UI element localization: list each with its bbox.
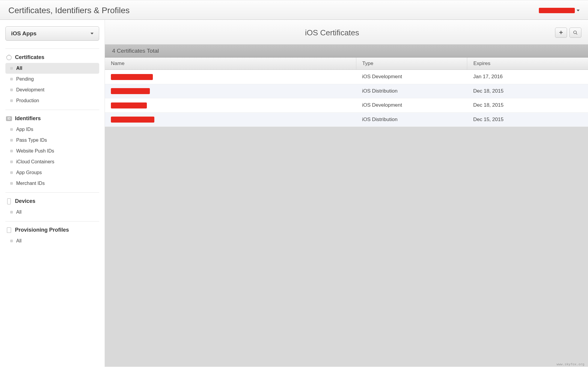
table-header-row: Name Type Expires <box>105 58 588 70</box>
gear-icon <box>6 55 12 61</box>
svg-line-1 <box>576 33 577 34</box>
sidebar-section-provisioning: Provisioning Profiles All <box>5 221 99 249</box>
cell-expires: Dec 18, 2015 <box>467 98 588 113</box>
device-icon <box>6 198 12 204</box>
app-type-label: iOS Apps <box>11 30 37 37</box>
cell-expires: Dec 15, 2015 <box>467 112 588 127</box>
sidebar-item-label: App Groups <box>16 170 42 175</box>
sidebar-item-certificates-all[interactable]: All <box>5 63 99 74</box>
sidebar-item-label: All <box>16 238 22 243</box>
app-type-picker[interactable]: iOS Apps <box>5 26 99 41</box>
cell-name <box>105 84 356 98</box>
sidebar-item-certificates-pending[interactable]: Pending <box>5 74 99 85</box>
sidebar-item-devices-all[interactable]: All <box>5 207 99 218</box>
column-header-expires[interactable]: Expires <box>467 58 588 70</box>
sidebar-item-label: Production <box>16 98 39 103</box>
sidebar-item-certificates-development[interactable]: Development <box>5 85 99 95</box>
name-redacted <box>111 117 154 123</box>
cell-name <box>105 70 356 84</box>
sidebar-item-label: Merchant IDs <box>16 181 45 186</box>
sidebar-item-icloud-containers[interactable]: iCloud Containers <box>5 156 99 167</box>
section-title: Identifiers <box>15 115 41 122</box>
table-row[interactable]: iOS DevelopmentJan 17, 2016 <box>105 70 588 84</box>
sidebar-item-app-ids[interactable]: App IDs <box>5 124 99 135</box>
column-header-type[interactable]: Type <box>356 58 467 70</box>
add-button[interactable]: + <box>555 28 567 38</box>
main-content: iOS Certificates + 4 Certificates Total … <box>105 20 588 367</box>
cell-type: iOS Distribution <box>356 84 467 98</box>
id-badge-icon: ID <box>6 116 12 122</box>
cell-name <box>105 98 356 113</box>
table-row[interactable]: iOS DistributionDec 15, 2015 <box>105 112 588 127</box>
sidebar-item-provisioning-all[interactable]: All <box>5 236 99 246</box>
table-row[interactable]: iOS DevelopmentDec 18, 2015 <box>105 98 588 113</box>
user-name-redacted <box>539 8 575 13</box>
name-redacted <box>111 74 153 80</box>
sidebar: iOS Apps Certificates All Pending Develo… <box>0 20 105 367</box>
sidebar-item-merchant-ids[interactable]: Merchant IDs <box>5 178 99 189</box>
section-title: Provisioning Profiles <box>15 227 69 233</box>
chevron-down-icon <box>577 10 580 11</box>
sidebar-item-label: All <box>16 209 22 215</box>
section-title: Certificates <box>15 54 44 61</box>
search-button[interactable] <box>569 28 581 38</box>
page-header: Certificates, Identifiers & Profiles <box>0 0 588 20</box>
sidebar-section-devices: Devices All <box>5 192 99 220</box>
section-header: Certificates <box>5 53 99 63</box>
cell-type: iOS Development <box>356 98 467 113</box>
table-row[interactable]: iOS DistributionDec 18, 2015 <box>105 84 588 98</box>
sidebar-item-label: Pending <box>16 76 34 82</box>
column-header-name[interactable]: Name <box>105 58 356 70</box>
main-title: iOS Certificates <box>111 28 553 37</box>
sidebar-item-website-push-ids[interactable]: Website Push IDs <box>5 146 99 156</box>
sidebar-section-certificates: Certificates All Pending Development Pro… <box>5 49 99 108</box>
sidebar-item-label: iCloud Containers <box>16 159 54 164</box>
watermark: www.skyfox.org <box>557 362 584 366</box>
count-bar: 4 Certificates Total <box>105 45 588 58</box>
certificates-table: Name Type Expires iOS DevelopmentJan 17,… <box>105 58 588 127</box>
sidebar-item-label: Pass Type IDs <box>16 138 47 143</box>
section-header: Devices <box>5 197 99 207</box>
search-icon <box>573 30 578 35</box>
sidebar-item-pass-type-ids[interactable]: Pass Type IDs <box>5 135 99 146</box>
cell-type: iOS Distribution <box>356 112 467 127</box>
sidebar-item-label: All <box>16 66 22 71</box>
sidebar-section-identifiers: ID Identifiers App IDs Pass Type IDs Web… <box>5 110 99 191</box>
cell-type: iOS Development <box>356 70 467 84</box>
name-redacted <box>111 88 150 94</box>
chevron-down-icon <box>91 33 94 34</box>
user-menu[interactable] <box>539 8 580 13</box>
sidebar-item-app-groups[interactable]: App Groups <box>5 167 99 178</box>
plus-icon: + <box>559 29 563 37</box>
cell-expires: Jan 17, 2016 <box>467 70 588 84</box>
svg-point-0 <box>574 31 576 34</box>
section-header: ID Identifiers <box>5 114 99 124</box>
sidebar-item-label: Website Push IDs <box>16 148 54 153</box>
sidebar-item-label: App IDs <box>16 127 33 132</box>
document-icon <box>6 227 12 233</box>
page-title: Certificates, Identifiers & Profiles <box>8 6 130 15</box>
sidebar-item-certificates-production[interactable]: Production <box>5 95 99 106</box>
cell-expires: Dec 18, 2015 <box>467 84 588 98</box>
section-header: Provisioning Profiles <box>5 226 99 236</box>
sidebar-item-label: Development <box>16 87 44 92</box>
section-title: Devices <box>15 198 35 204</box>
name-redacted <box>111 102 147 108</box>
main-header: iOS Certificates + <box>105 20 588 45</box>
cell-name <box>105 112 356 127</box>
